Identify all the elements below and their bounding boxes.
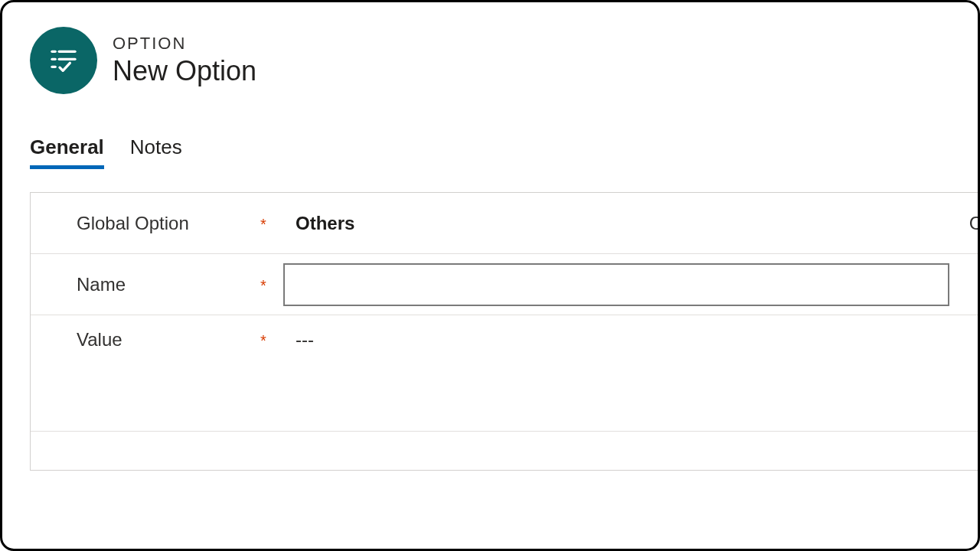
- value-global-option[interactable]: Others: [283, 213, 354, 234]
- entity-type-label: OPTION: [113, 34, 256, 54]
- tab-bar: General Notes: [2, 94, 978, 169]
- required-indicator: *: [260, 213, 283, 233]
- tab-general[interactable]: General: [30, 135, 104, 169]
- label-name: Name: [77, 274, 260, 295]
- row-value: Value * ---: [31, 315, 980, 432]
- page-header: OPTION New Option: [2, 2, 978, 94]
- list-check-icon: [48, 45, 79, 76]
- required-indicator: *: [260, 274, 283, 295]
- row-spacer: [31, 432, 980, 470]
- form-panel: Global Option * Others C Name * Value * …: [30, 192, 980, 471]
- row-right-char: C: [969, 213, 980, 234]
- row-global-option: Global Option * Others C: [31, 193, 980, 254]
- label-value: Value: [77, 329, 260, 350]
- value-field-placeholder[interactable]: ---: [283, 329, 314, 350]
- option-form-window: OPTION New Option General Notes Global O…: [0, 0, 980, 551]
- required-indicator: *: [260, 329, 283, 350]
- row-name: Name *: [31, 254, 980, 315]
- page-title: New Option: [113, 55, 256, 87]
- label-global-option: Global Option: [77, 213, 260, 234]
- header-text-block: OPTION New Option: [113, 34, 256, 87]
- tab-notes[interactable]: Notes: [130, 135, 182, 169]
- option-entity-icon: [30, 27, 97, 94]
- name-input[interactable]: [283, 263, 949, 306]
